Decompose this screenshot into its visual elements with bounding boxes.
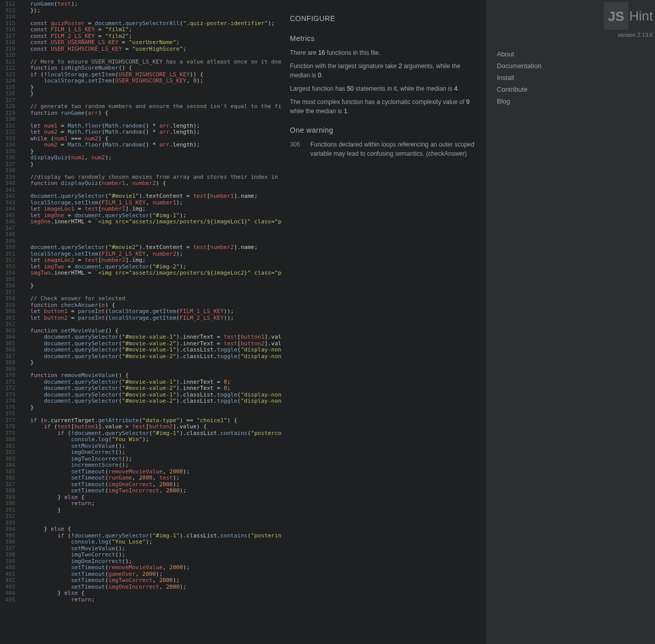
warning-message: Functions declared within loops referenc… [310,140,478,158]
nav-links: AboutDocumentationInstallContributeBlog [487,48,655,107]
metric-complexity: The most complex function has a cyclomat… [290,97,478,116]
metric-signature: Function with the largest signature take… [290,61,478,80]
results-panel: CONFIGURE Metrics There are 16 functions… [282,0,487,644]
code-content[interactable]: runGame(test); }); const quizPoster = do… [24,0,282,603]
metric-statements: Largest function has 50 statements in it… [290,84,478,93]
line-gutter: 312 313 314 315 316 317 318 319 320 321 … [0,0,19,603]
logo-hint-text: Hint [628,8,653,24]
warning-line-number: 306 [290,140,304,158]
configure-heading[interactable]: CONFIGURE [290,13,478,24]
nav-link-contribute[interactable]: Contribute [497,84,655,95]
nav-link-about[interactable]: About [497,48,655,60]
version-label: version 2.13.6 [604,32,653,38]
nav-link-blog[interactable]: Blog [497,95,655,107]
nav-link-install[interactable]: Install [497,72,655,84]
sidebar: JS Hint version 2.13.6 AboutDocumentatio… [487,0,655,644]
metric-functions: There are 16 functions in this file. [290,48,478,57]
metrics-heading: Metrics [290,33,478,44]
code-editor[interactable]: 312 313 314 315 316 317 318 319 320 321 … [0,0,282,644]
warning-row[interactable]: 306 Functions declared within loops refe… [290,140,478,158]
jshint-logo[interactable]: JS Hint [604,2,653,30]
logo-js-badge: JS [604,2,628,30]
nav-link-documentation[interactable]: Documentation [497,60,655,72]
warnings-heading: One warning [290,125,478,136]
